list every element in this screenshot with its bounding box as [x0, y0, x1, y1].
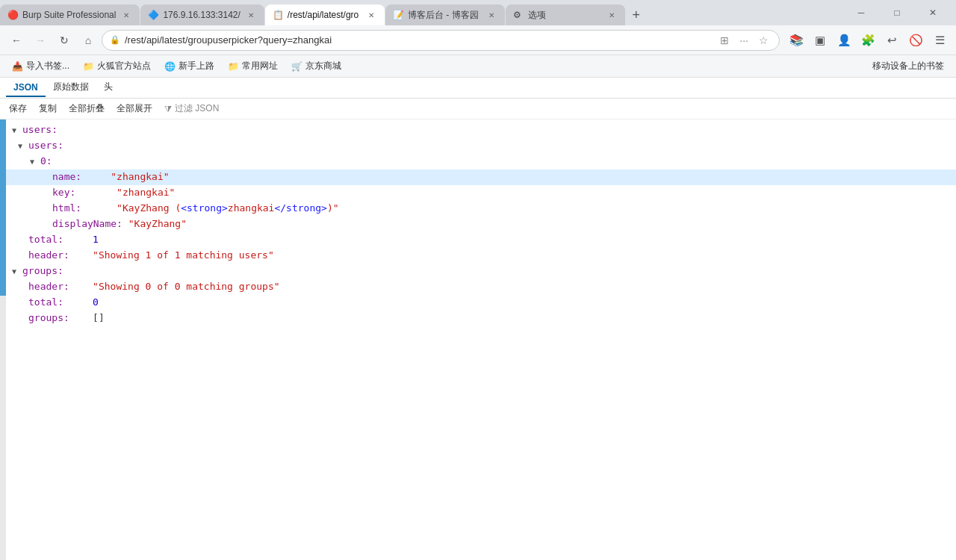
- bookmark-newhand[interactable]: 🌐 新手上路: [158, 57, 220, 75]
- json-content: ▼ users: ▼ users: ▼ 0: name: "zhangkai": [6, 119, 956, 560]
- displayname-spacer: [42, 217, 51, 232]
- back-arrow-icon[interactable]: ↩: [881, 30, 902, 51]
- groups-header-value: "Showing 0 of 0 matching groups": [93, 279, 279, 294]
- users-header-key: header:: [28, 248, 69, 263]
- collapse-all-button[interactable]: 全部折叠: [66, 101, 108, 116]
- filter-label: 过滤 JSON: [175, 102, 219, 115]
- groups-header-spacer: [18, 280, 27, 295]
- window-controls: ─ □ ✕: [838, 0, 956, 25]
- tab-jira-label: 176.9.16.133:3142/: [163, 10, 240, 20]
- tab-jira[interactable]: 🔷 176.9.16.133:3142/ ✕: [140, 4, 264, 25]
- tab-options[interactable]: ⚙ 选项 ✕: [506, 4, 625, 25]
- tab-blog-favicon: 📝: [393, 10, 403, 20]
- tab-burp-close[interactable]: ✕: [120, 9, 132, 21]
- star-icon[interactable]: ☆: [756, 33, 772, 48]
- huohu-icon: 📁: [83, 61, 94, 72]
- forward-button[interactable]: →: [30, 30, 51, 51]
- minimize-button[interactable]: ─: [844, 0, 878, 25]
- groups-root-line: ▼ groups:: [6, 264, 956, 279]
- bookmark-import[interactable]: 📥 导入书签...: [6, 57, 75, 75]
- tab-options-close[interactable]: ✕: [606, 9, 618, 21]
- groups-array-line: groups: []: [6, 311, 956, 326]
- html-value: "KayZhang (<strong>zhangkai</strong>)": [117, 201, 338, 216]
- groups-toggle[interactable]: ▼: [12, 264, 21, 279]
- displayname-key: displayName:: [52, 217, 122, 231]
- bookmarks-icon[interactable]: 📚: [786, 30, 807, 51]
- groups-array-key: groups:: [28, 311, 69, 326]
- key-line: key: "zhangkai": [6, 185, 956, 201]
- copy-button[interactable]: 复制: [36, 101, 60, 116]
- url-text: /rest/api/latest/groupuserpicker?query=z…: [125, 34, 713, 46]
- bookmark-jd[interactable]: 🛒 京东商城: [285, 57, 347, 75]
- tab-header[interactable]: 头: [96, 78, 120, 98]
- groups-total-line: total: 0: [6, 295, 956, 311]
- tab-blog[interactable]: 📝 博客后台 - 博客园 ✕: [385, 4, 505, 25]
- total-key: total:: [28, 232, 63, 247]
- account-icon[interactable]: 👤: [834, 30, 854, 51]
- groups-total-spacer: [18, 296, 27, 311]
- nav-bar: ← → ↻ ⌂ 🔒 /rest/api/latest/groupuserpick…: [0, 25, 956, 55]
- name-spacer: [42, 170, 51, 185]
- bookmark-huohu[interactable]: 📁 火狐官方站点: [77, 57, 157, 75]
- key-spacer: [42, 186, 51, 201]
- name-line: name: "zhangkai": [6, 169, 956, 185]
- refresh-button[interactable]: ↻: [54, 30, 75, 51]
- tab-json[interactable]: 📋 /rest/api/latest/gro ✕: [265, 4, 385, 25]
- groups-root-key: groups:: [22, 264, 63, 279]
- save-button[interactable]: 保存: [6, 101, 30, 116]
- total-value: 1: [93, 232, 99, 247]
- content-area: ▼ users: ▼ users: ▼ 0: name: "zhangkai": [0, 119, 956, 560]
- home-button[interactable]: ⌂: [78, 30, 99, 51]
- filter-icon: ⧩: [164, 104, 172, 114]
- json-viewer-tabs: JSON 原始数据 头: [0, 78, 956, 99]
- users-toggle[interactable]: ▼: [12, 123, 21, 138]
- users-inner-line: ▼ users:: [6, 138, 956, 154]
- title-bar: 🔴 Burp Suite Professional ✕ 🔷 176.9.16.1…: [0, 0, 956, 25]
- menu-icon[interactable]: ☰: [929, 30, 950, 51]
- total-line: total: 1: [6, 232, 956, 248]
- block-icon[interactable]: 🚫: [905, 30, 926, 51]
- tab-json-favicon: 📋: [273, 10, 283, 20]
- address-bar[interactable]: 🔒 /rest/api/latest/groupuserpicker?query…: [102, 30, 780, 51]
- qr-icon[interactable]: ⊞: [717, 33, 732, 48]
- bookmark-common-label: 常用网址: [242, 60, 278, 72]
- users-inner-toggle[interactable]: ▼: [18, 139, 27, 154]
- html-key: html:: [52, 201, 81, 216]
- newhand-icon: 🌐: [164, 61, 176, 72]
- bookmark-common[interactable]: 📁 常用网址: [222, 57, 284, 75]
- expand-all-button[interactable]: 全部展开: [114, 101, 155, 116]
- tab-raw-data[interactable]: 原始数据: [46, 78, 96, 98]
- tab-blog-close[interactable]: ✕: [485, 9, 497, 21]
- left-indicator: [0, 119, 6, 560]
- lock-icon: 🔒: [110, 35, 120, 45]
- tab-json-close[interactable]: ✕: [365, 9, 377, 21]
- bookmark-newhand-label: 新手上路: [179, 60, 214, 72]
- bookmarks-mobile[interactable]: 移动设备上的书签: [866, 57, 950, 75]
- tab-json-view[interactable]: JSON: [6, 79, 46, 97]
- users-root-key: users:: [22, 122, 58, 137]
- html-line: html: "KayZhang (<strong>zhangkai</stron…: [6, 201, 956, 217]
- item-0-key: 0:: [40, 154, 52, 169]
- displayname-value: "KayZhang": [128, 217, 187, 231]
- groups-header-line: header: "Showing 0 of 0 matching groups": [6, 279, 956, 295]
- tab-burp[interactable]: 🔴 Burp Suite Professional ✕: [0, 4, 140, 25]
- maximize-button[interactable]: □: [880, 0, 914, 25]
- item-0-line: ▼ 0:: [6, 154, 956, 169]
- close-button[interactable]: ✕: [916, 0, 950, 25]
- back-button[interactable]: ←: [6, 30, 27, 51]
- sidebar-icon[interactable]: ▣: [810, 30, 831, 51]
- item-0-toggle[interactable]: ▼: [30, 155, 39, 169]
- users-root-line: ▼ users:: [6, 122, 956, 138]
- extensions-icon[interactable]: 🧩: [857, 30, 878, 51]
- tab-jira-close[interactable]: ✕: [245, 9, 257, 21]
- tab-options-label: 选项: [528, 9, 601, 22]
- tabs-area: 🔴 Burp Suite Professional ✕ 🔷 176.9.16.1…: [0, 0, 838, 25]
- tab-options-favicon: ⚙: [513, 10, 524, 20]
- users-header-line: header: "Showing 1 of 1 matching users": [6, 248, 956, 264]
- bookmark-jd-label: 京东商城: [305, 60, 341, 72]
- more-icon[interactable]: ···: [736, 33, 751, 48]
- bookmarks-bar: 📥 导入书签... 📁 火狐官方站点 🌐 新手上路 📁 常用网址 🛒 京东商城 …: [0, 55, 956, 78]
- filter-area: ⧩ 过滤 JSON: [164, 102, 219, 115]
- new-tab-button[interactable]: +: [626, 4, 647, 25]
- groups-header-key: header:: [28, 279, 69, 294]
